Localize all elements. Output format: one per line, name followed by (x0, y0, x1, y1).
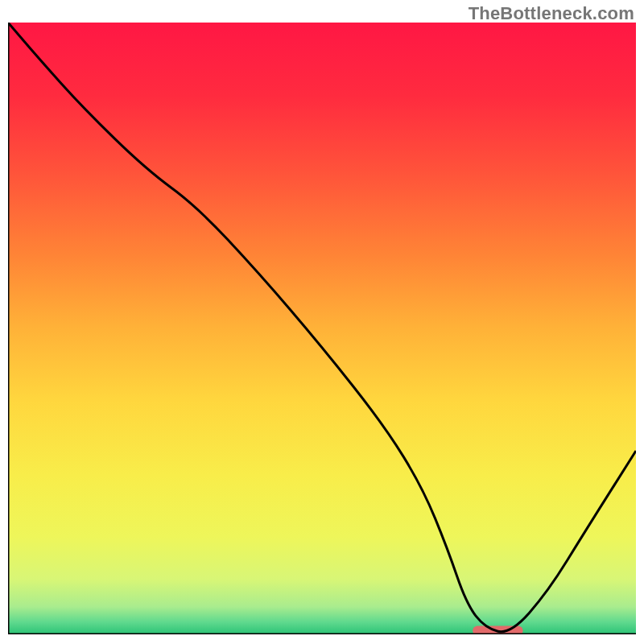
gradient-background (8, 23, 636, 634)
bottleneck-plot (8, 23, 636, 634)
watermark-text: TheBottleneck.com (469, 3, 634, 24)
plot-svg (8, 23, 636, 634)
chart-container: TheBottleneck.com (0, 0, 644, 644)
